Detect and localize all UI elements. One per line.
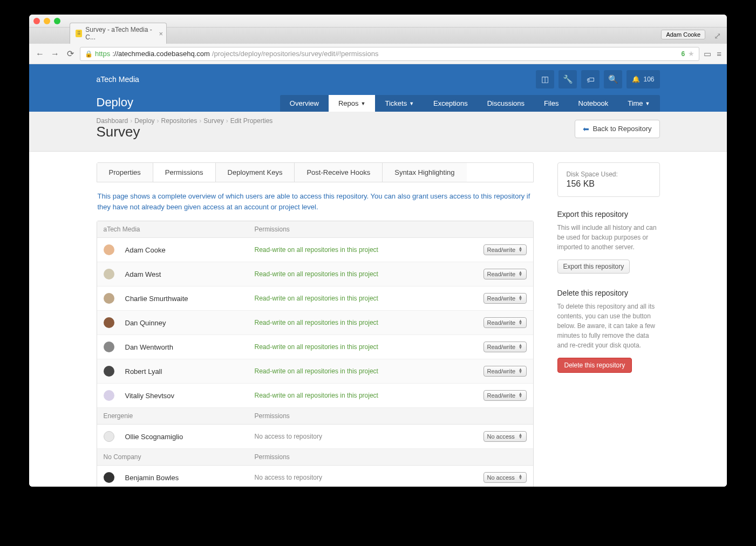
- permission-select[interactable]: Read/write▲▼: [483, 390, 527, 401]
- user-name: Benjamin Bowles: [125, 474, 255, 482]
- permission-select-value: Read/write: [487, 295, 516, 302]
- breadcrumb-item[interactable]: Edit Properties: [230, 117, 273, 125]
- window-zoom-button[interactable]: [54, 18, 60, 24]
- nav-tab-time[interactable]: Time▼: [618, 95, 659, 112]
- subtab-deployment-keys[interactable]: Deployment Keys: [216, 163, 295, 182]
- wrench-icon[interactable]: 🔧: [559, 70, 577, 88]
- avatar: [104, 390, 114, 401]
- avatar: [104, 317, 114, 328]
- select-stepper-icon: ▲▼: [519, 344, 523, 350]
- page-title: Survey: [97, 124, 273, 140]
- tag-icon[interactable]: 🏷: [581, 70, 600, 88]
- breadcrumb-item[interactable]: Survey: [203, 117, 223, 125]
- cast-icon[interactable]: ▭: [704, 49, 711, 59]
- column-header-permissions: Permissions: [255, 226, 290, 233]
- user-name: Adam West: [125, 270, 255, 278]
- user-name: Dan Quinney: [125, 319, 255, 327]
- browser-tab[interactable]: ⠿ Survey - aTech Media - C... ×: [70, 23, 167, 44]
- avatar: [104, 431, 114, 442]
- group-name: aTech Media: [104, 226, 255, 233]
- select-stepper-icon: ▲▼: [519, 296, 523, 301]
- export-description: This will include all history and can be…: [557, 223, 660, 252]
- notification-count: 106: [643, 76, 654, 83]
- permissions-table: aTech MediaPermissionsAdam CookeRead-wri…: [97, 221, 534, 487]
- table-row: Benjamin BowlesNo access to repositoryNo…: [97, 466, 533, 487]
- export-heading: Export this repository: [557, 210, 660, 219]
- subtab-post-receive-hooks[interactable]: Post-Receive Hooks: [295, 163, 383, 182]
- tab-close-icon[interactable]: ×: [159, 30, 163, 38]
- forward-icon[interactable]: →: [50, 49, 60, 59]
- export-repository-button[interactable]: Export this repository: [557, 260, 630, 274]
- user-name: Ollie Scognamiglio: [125, 433, 255, 441]
- avatar: [104, 472, 114, 483]
- delete-repository-button[interactable]: Delete this repository: [557, 358, 632, 373]
- nav-tab-repos[interactable]: Repos▼: [329, 95, 376, 112]
- permission-select[interactable]: No access▲▼: [483, 431, 527, 442]
- settings-tabs: PropertiesPermissionsDeployment KeysPost…: [97, 162, 534, 182]
- url-host: ://atechmedia.codebasehq.com: [112, 50, 210, 58]
- project-name[interactable]: Deploy: [97, 95, 133, 112]
- permission-select[interactable]: Read/write▲▼: [483, 317, 527, 328]
- nav-tab-discussions[interactable]: Discussions: [478, 95, 534, 112]
- page-description: This page shows a complete overview of w…: [97, 182, 534, 221]
- avatar: [104, 366, 114, 377]
- subtab-properties[interactable]: Properties: [97, 163, 153, 182]
- bookmark-star-icon[interactable]: ★: [688, 50, 694, 58]
- subtab-permissions[interactable]: Permissions: [153, 163, 216, 182]
- permission-select[interactable]: Read/write▲▼: [483, 269, 527, 279]
- permission-text: No access to repository: [255, 474, 483, 481]
- permission-text: Read-write on all repositories in this p…: [255, 319, 483, 326]
- permission-select[interactable]: Read/write▲▼: [483, 366, 527, 377]
- nav-tab-overview[interactable]: Overview: [280, 95, 329, 112]
- permission-select-value: Read/write: [487, 271, 516, 277]
- breadcrumb-item[interactable]: Repositories: [161, 117, 197, 125]
- notifications-button[interactable]: 🔔 106: [626, 70, 659, 88]
- reload-icon[interactable]: ⟳: [65, 49, 76, 59]
- permission-text: Read-write on all repositories in this p…: [255, 295, 483, 302]
- profile-button[interactable]: Adam Cooke: [661, 30, 705, 39]
- permission-select-value: No access: [487, 474, 515, 481]
- chevron-down-icon: ▼: [409, 101, 414, 106]
- select-stepper-icon: ▲▼: [519, 368, 523, 374]
- menu-icon[interactable]: ≡: [717, 49, 721, 59]
- back-icon[interactable]: ←: [35, 49, 45, 59]
- select-stepper-icon: ▲▼: [519, 320, 523, 325]
- window-close-button[interactable]: [33, 18, 40, 24]
- url-scheme: https: [95, 50, 110, 58]
- org-name[interactable]: aTech Media: [97, 75, 139, 84]
- browser-toolbar: ← → ⟳ 🔒 https://atechmedia.codebasehq.co…: [29, 44, 727, 64]
- permission-select-value: Read/write: [487, 392, 516, 399]
- select-stepper-icon: ▲▼: [519, 393, 523, 398]
- avatar: [104, 244, 114, 255]
- window-minimize-button[interactable]: [44, 18, 50, 24]
- permission-text: Read-write on all repositories in this p…: [255, 367, 483, 375]
- permission-select[interactable]: Read/write▲▼: [483, 244, 527, 255]
- permission-text: No access to repository: [255, 433, 483, 440]
- nav-tab-files[interactable]: Files: [534, 95, 568, 112]
- permission-select[interactable]: Read/write▲▼: [483, 293, 527, 304]
- group-name: Energenie: [104, 412, 255, 420]
- select-stepper-icon: ▲▼: [519, 271, 523, 277]
- permission-text: Read-write on all repositories in this p…: [255, 343, 483, 351]
- back-to-repository-button[interactable]: ⬅ Back to Repository: [575, 120, 659, 138]
- avatar: [104, 293, 114, 304]
- nav-tab-exceptions[interactable]: Exceptions: [424, 95, 478, 112]
- sidebar-icon[interactable]: ◫: [536, 70, 554, 88]
- search-icon[interactable]: 🔍: [604, 70, 622, 88]
- permission-select[interactable]: No access▲▼: [483, 472, 527, 483]
- user-name: Dan Wentworth: [125, 343, 255, 351]
- expand-icon[interactable]: ⤢: [714, 31, 721, 38]
- bell-icon: 🔔: [632, 76, 640, 83]
- url-input[interactable]: 🔒 https://atechmedia.codebasehq.com/proj…: [80, 47, 699, 61]
- subtab-syntax-highlighting[interactable]: Syntax Highlighting: [383, 163, 466, 182]
- permission-select[interactable]: Read/write▲▼: [483, 342, 527, 352]
- permission-text: Read-write on all repositories in this p…: [255, 246, 483, 254]
- table-row: Charlie SmurthwaiteRead-write on all rep…: [97, 286, 533, 311]
- nav-tab-notebook[interactable]: Notebook: [569, 95, 618, 112]
- group-name: No Company: [104, 453, 255, 461]
- favicon-icon: ⠿: [76, 30, 82, 37]
- breadcrumb-separator: ›: [157, 117, 159, 125]
- table-row: Adam CookeRead-write on all repositories…: [97, 238, 533, 262]
- nav-tab-tickets[interactable]: Tickets▼: [375, 95, 424, 112]
- extension-badge[interactable]: 6: [682, 50, 685, 58]
